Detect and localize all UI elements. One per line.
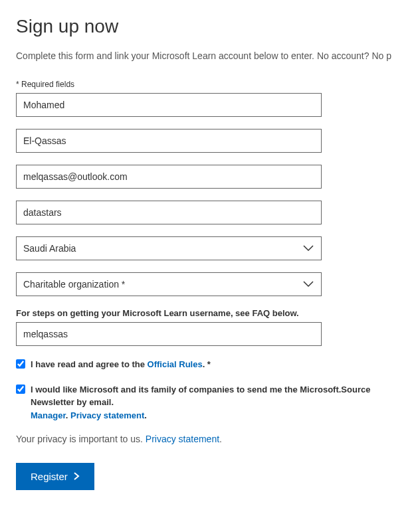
page-title: Sign up now [16, 16, 404, 37]
privacy-line: Your privacy is important to us. Privacy… [16, 434, 404, 444]
country-select[interactable]: Saudi Arabia [16, 236, 322, 260]
register-button[interactable]: Register [16, 463, 94, 490]
required-fields-label: * Required fields [16, 80, 404, 89]
official-rules-link[interactable]: Official Rules [148, 359, 203, 369]
newsletter-text: I would like Microsoft and its family of… [31, 385, 370, 408]
intro-text: Complete this form and link your Microso… [16, 50, 404, 61]
agree-rules-prefix: I have read and agree to the [31, 359, 148, 369]
last-name-input[interactable] [16, 129, 322, 153]
manager-link[interactable]: Manager [31, 410, 66, 420]
agree-rules-label: I have read and agree to the Official Ru… [31, 358, 404, 371]
username-helper-text: For steps on getting your Microsoft Lear… [16, 308, 404, 318]
email-input[interactable] [16, 165, 322, 189]
chevron-right-icon [73, 471, 80, 482]
privacy-statement-link-bottom[interactable]: Privacy statement [146, 434, 219, 444]
username-input[interactable] [16, 322, 322, 346]
newsletter-checkbox[interactable] [16, 385, 25, 394]
agree-rules-suffix: . * [203, 359, 211, 369]
newsletter-label: I would like Microsoft and its family of… [31, 383, 404, 422]
agree-rules-checkbox[interactable] [16, 359, 25, 369]
privacy-statement-link[interactable]: Privacy statement [70, 410, 144, 420]
first-name-input[interactable] [16, 93, 322, 117]
org-type-select[interactable]: Charitable organization * [16, 272, 322, 296]
company-input[interactable] [16, 201, 322, 224]
register-button-label: Register [31, 471, 68, 482]
privacy-text: Your privacy is important to us. [16, 434, 146, 444]
